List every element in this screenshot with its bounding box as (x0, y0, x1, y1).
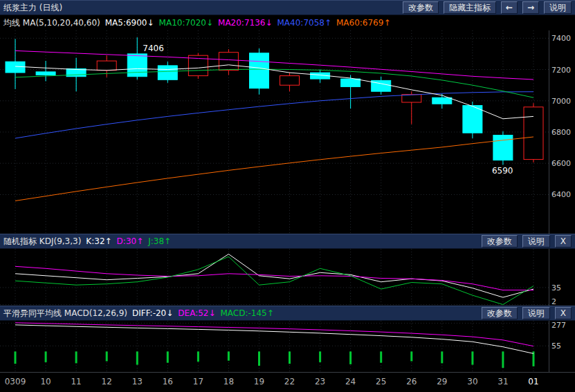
kdj-change-params-button[interactable]: 改参数 (482, 235, 518, 248)
svg-text:7406: 7406 (143, 44, 164, 53)
date-label: 25 (376, 377, 386, 386)
date-label: 0309 (5, 377, 26, 386)
macd-axis: 27755 (549, 321, 575, 372)
y-axis-label: 6600 (551, 159, 571, 168)
date-label: 19 (254, 377, 264, 386)
kdj-close-button[interactable]: X (555, 235, 572, 248)
chart-title: 纸浆主力 (日线) (3, 2, 62, 14)
kdj-chart[interactable] (0, 249, 549, 306)
price-axis: 740072007000680066006400 (549, 30, 575, 234)
macd-titlebar: 平滑异同平均线 MACD(12,26,9) DIFF:-20↓ DEA:52↓ … (0, 306, 575, 321)
macd-label: 平滑异同平均线 MACD(12,26,9) (3, 308, 127, 319)
y-axis-label: 7200 (551, 65, 571, 74)
macd-macd-value: MACD:-145↑ (221, 308, 274, 318)
y-axis-label: 7400 (551, 34, 571, 43)
hide-main-indicator-button[interactable]: 隐藏主指标 (444, 1, 496, 14)
date-label: 29 (437, 377, 447, 386)
date-label: 13 (132, 377, 143, 386)
date-label: 17 (193, 377, 203, 386)
kdj-d-value: D:30↑ (117, 236, 144, 246)
date-label: 24 (345, 377, 356, 386)
kdj-help-button[interactable]: 说明 (522, 235, 550, 248)
date-label: 01 (528, 377, 538, 386)
ma-indicator-bar: 均线 MA(5,10,20,40,60) MA5:6900↓ MA10:7020… (0, 15, 575, 30)
y-axis-label: 6400 (551, 190, 571, 199)
y-axis-label: 35 (551, 283, 561, 292)
change-params-button[interactable]: 改参数 (403, 1, 439, 14)
main-chart-panel: 74066590 740072007000680066006400 (0, 30, 575, 234)
date-label: 11 (71, 377, 81, 386)
macd-dea-value: DEA:52↓ (178, 308, 215, 318)
kdj-k-value: K:32↑ (86, 236, 111, 246)
macd-change-params-button[interactable]: 改参数 (482, 307, 518, 319)
kdj-chart-panel: 352 (0, 249, 575, 306)
main-titlebar: 纸浆主力 (日线) 改参数 隐藏主指标 ← → 说明 (0, 0, 575, 15)
date-label: 23 (315, 377, 325, 386)
date-label: 18 (223, 377, 234, 386)
ma10-value: MA10:7020↓ (159, 18, 213, 28)
scroll-left-button[interactable]: ← (501, 1, 518, 14)
kdj-label: 随机指标 KDJ(9,3,3) (3, 236, 81, 248)
y-axis-label: 6800 (551, 128, 571, 137)
date-label: 16 (163, 377, 173, 386)
y-axis-label: 7000 (551, 96, 571, 105)
y-axis-label: 55 (551, 342, 561, 351)
macd-diff-value: DIFF:-20↓ (132, 308, 173, 318)
ma20-value: MA20:7136↓ (218, 18, 272, 28)
ma-group-label: 均线 MA(5,10,20,40,60) (3, 17, 100, 29)
svg-text:6590: 6590 (492, 166, 513, 176)
y-axis-label: 2 (551, 297, 556, 306)
candlestick-chart[interactable]: 74066590 (0, 30, 549, 234)
macd-chart-panel: 27755 (0, 321, 575, 372)
macd-help-button[interactable]: 说明 (522, 307, 550, 319)
kdj-j-value: J:38↑ (148, 236, 171, 246)
date-label: 10 (40, 377, 51, 386)
macd-chart[interactable] (0, 321, 549, 372)
date-label: 26 (406, 377, 417, 386)
date-axis: 03091011121316171819222324252629303101 (0, 372, 575, 392)
ma5-value: MA5:6900↓ (105, 18, 154, 28)
ma40-value: MA40:7058↑ (277, 18, 331, 28)
scroll-right-button[interactable]: → (522, 1, 539, 14)
trading-terminal: 纸浆主力 (日线) 改参数 隐藏主指标 ← → 说明 均线 MA(5,10,20… (0, 0, 575, 392)
kdj-titlebar: 随机指标 KDJ(9,3,3) K:32↑ D:30↑ J:38↑ 改参数 说明… (0, 234, 575, 249)
ma60-value: MA60:6769↑ (336, 18, 390, 28)
y-axis-label: 277 (551, 321, 566, 330)
date-label: 22 (284, 377, 295, 386)
date-label: 12 (102, 377, 112, 386)
macd-close-button[interactable]: X (555, 307, 572, 319)
kdj-axis: 352 (549, 249, 575, 306)
date-label: 31 (498, 377, 508, 386)
help-button[interactable]: 说明 (544, 1, 572, 14)
date-label: 30 (467, 377, 477, 386)
